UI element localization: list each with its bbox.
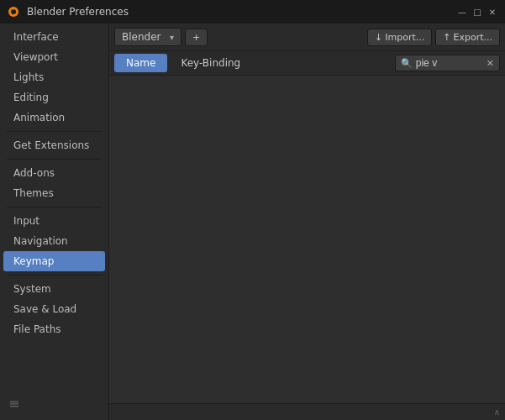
tab-key-binding[interactable]: Key-Binding: [169, 54, 252, 72]
sidebar-item-add-ons[interactable]: Add-ons: [3, 163, 105, 183]
sidebar-item-interface[interactable]: Interface: [3, 27, 105, 47]
search-clear-button[interactable]: ✕: [487, 58, 494, 69]
sidebar-item-keymap[interactable]: Keymap: [3, 251, 105, 271]
sidebar-item-file-paths[interactable]: File Paths: [3, 319, 105, 339]
minimize-button[interactable]: —: [456, 6, 468, 18]
sidebar-item-lights[interactable]: Lights: [3, 67, 105, 87]
sidebar-item-system[interactable]: System: [3, 279, 105, 299]
sidebar-item-animation[interactable]: Animation: [3, 108, 105, 128]
app-icon: [7, 5, 20, 18]
tab-name[interactable]: Name: [114, 54, 167, 72]
sidebar-item-get-extensions[interactable]: Get Extensions: [3, 135, 105, 155]
sidebar-separator-1: [7, 131, 102, 132]
maximize-button[interactable]: □: [471, 6, 483, 18]
export-icon: ↑: [443, 32, 450, 43]
export-button[interactable]: ↑ Export...: [435, 29, 500, 46]
title-bar: Blender Preferences — □ ✕: [0, 0, 505, 24]
search-input[interactable]: [416, 57, 483, 69]
search-icon: 🔍: [401, 58, 413, 69]
svg-point-2: [13, 8, 15, 10]
import-icon: ↓: [375, 32, 382, 43]
content-bottom-bar: ∧: [109, 403, 505, 420]
hamburger-menu-button[interactable]: ≡: [0, 391, 108, 417]
dropdown-arrow-icon: ▾: [170, 33, 174, 42]
sidebar-item-themes[interactable]: Themes: [3, 183, 105, 203]
sidebar-item-input[interactable]: Input: [3, 211, 105, 231]
add-preset-button[interactable]: +: [185, 29, 208, 46]
scroll-up-icon[interactable]: ∧: [494, 407, 500, 417]
main-container: Interface Viewport Lights Editing Animat…: [0, 24, 505, 420]
keymap-toolbar: Blender ▾ + ↓ Import... ↑ Export...: [109, 24, 505, 51]
import-button[interactable]: ↓ Import...: [367, 29, 432, 46]
sidebar-item-viewport[interactable]: Viewport: [3, 47, 105, 67]
sidebar-separator-2: [7, 159, 102, 160]
sidebar-separator-3: [7, 207, 102, 207]
svg-point-1: [11, 9, 16, 14]
keymap-list: [109, 76, 505, 403]
close-button[interactable]: ✕: [487, 6, 498, 18]
window-controls: — □ ✕: [456, 6, 498, 18]
sidebar-item-navigation[interactable]: Navigation: [3, 231, 105, 251]
tab-row: Name Key-Binding 🔍 ✕: [109, 51, 505, 76]
preset-dropdown[interactable]: Blender ▾: [114, 28, 181, 46]
window-title: Blender Preferences: [27, 6, 498, 18]
keymap-content-area: Blender ▾ + ↓ Import... ↑ Export... Name…: [109, 24, 505, 420]
sidebar-item-save-load[interactable]: Save & Load: [3, 299, 105, 319]
search-box: 🔍 ✕: [395, 55, 500, 71]
sidebar-item-editing[interactable]: Editing: [3, 87, 105, 108]
sidebar: Interface Viewport Lights Editing Animat…: [0, 24, 109, 420]
sidebar-separator-4: [7, 275, 102, 276]
